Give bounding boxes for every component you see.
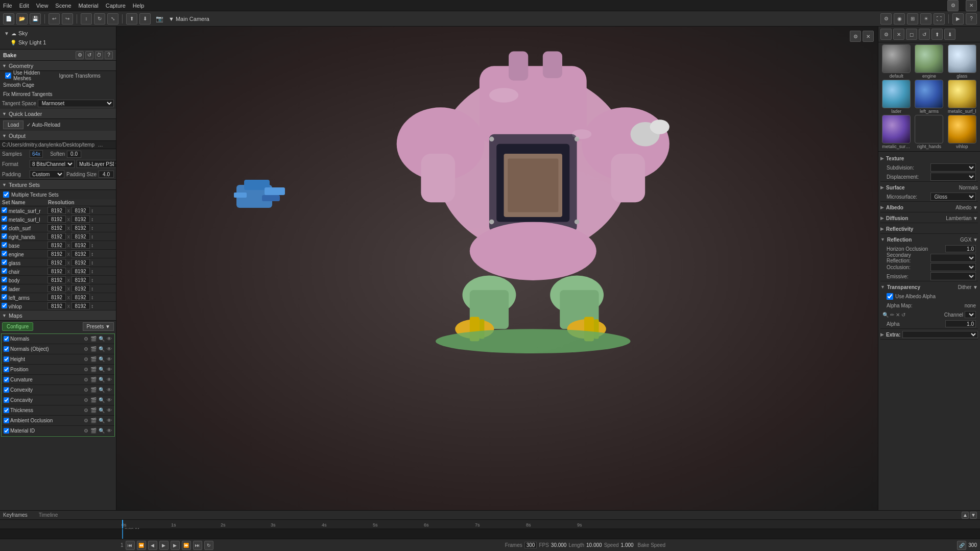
map-vis-icon[interactable]: 👁 — [107, 387, 112, 393]
material-item[interactable]: default — [880, 44, 912, 79]
light-btn[interactable]: ☀ — [920, 13, 931, 25]
path-browse-btn[interactable]: … — [98, 142, 103, 148]
tex-res1-input[interactable] — [47, 259, 66, 266]
map-row[interactable]: Normals (Object) ⚙ 🎬 🔍 👁 — [2, 344, 114, 354]
rotate-btn[interactable]: ↻ — [94, 13, 105, 25]
output-header[interactable]: ▼ Output — [0, 131, 116, 141]
soften-input[interactable] — [67, 151, 81, 158]
material-item[interactable]: right_hands — [913, 115, 945, 149]
loop-btn[interactable]: ↻ — [204, 541, 213, 550]
tex-res1-input[interactable] — [47, 285, 66, 292]
alpha-search-icon[interactable]: 🔍 — [882, 312, 889, 318]
map-cb[interactable] — [4, 408, 9, 413]
step-fwd-btn[interactable]: ⏩ — [182, 541, 191, 550]
tex-res1-input[interactable] — [47, 268, 66, 275]
viewport-settings-btn[interactable]: ⚙ — [850, 31, 861, 42]
load-btn[interactable]: Load — [3, 121, 23, 129]
more-btn[interactable]: ▶ — [952, 13, 964, 25]
map-search-icon[interactable]: 🔍 — [99, 387, 105, 393]
map-cb[interactable] — [4, 336, 9, 342]
menu-scene[interactable]: Scene — [55, 3, 71, 9]
tex-res2-input[interactable] — [71, 215, 90, 223]
map-row[interactable]: Thickness ⚙ 🎬 🔍 👁 — [2, 405, 114, 416]
settings-btn[interactable]: ⚙ — [947, 0, 959, 11]
map-search-icon[interactable]: 🔍 — [99, 428, 105, 434]
map-cb[interactable] — [4, 418, 9, 423]
go-end-btn[interactable]: ⏭ — [193, 541, 202, 550]
map-search-icon[interactable]: 🔍 — [99, 367, 105, 372]
tex-res1-input[interactable] — [47, 250, 66, 257]
go-start-btn[interactable]: ⏮ — [126, 541, 135, 550]
tex-cb[interactable] — [2, 285, 7, 291]
tex-res2-input[interactable] — [71, 242, 90, 249]
tex-res2-input[interactable] — [71, 207, 90, 214]
map-anim-icon[interactable]: 🎬 — [90, 367, 97, 372]
reflectivity-section-header[interactable]: ▶ Reflectivity — [880, 224, 978, 233]
microsurface-select[interactable]: Gloss — [930, 193, 976, 201]
material-item[interactable]: glass — [946, 44, 978, 79]
map-vis-icon[interactable]: 👁 — [107, 408, 112, 413]
map-anim-icon[interactable]: 🎬 — [90, 356, 97, 362]
import-btn[interactable]: ⬆ — [126, 13, 137, 25]
tex-res1-input[interactable] — [47, 224, 66, 231]
bit-depth-select[interactable]: 8 Bits/Channel — [30, 160, 75, 168]
tex-res2-input[interactable] — [71, 259, 90, 266]
map-search-icon[interactable]: 🔍 — [99, 397, 105, 403]
map-search-icon[interactable]: 🔍 — [99, 356, 105, 362]
map-settings-icon[interactable]: ⚙ — [84, 397, 88, 403]
map-settings-icon[interactable]: ⚙ — [84, 346, 88, 352]
tex-res1-input[interactable] — [47, 302, 66, 309]
tex-cb[interactable] — [2, 259, 7, 265]
tex-row-arrow[interactable]: ↕ — [91, 303, 93, 309]
map-anim-icon[interactable]: 🎬 — [90, 377, 97, 382]
timeline-up-btn[interactable]: ▲ — [962, 512, 969, 519]
camera-label[interactable]: ▼ Main Camera — [169, 16, 209, 22]
timeline-track[interactable] — [0, 529, 980, 539]
map-row[interactable]: Convexity ⚙ 🎬 🔍 👁 — [2, 385, 114, 395]
display-btn[interactable]: ◉ — [894, 13, 905, 25]
map-settings-icon[interactable]: ⚙ — [84, 418, 88, 423]
rp-btn-5[interactable]: ⬆ — [931, 29, 943, 40]
tex-res2-input[interactable] — [71, 250, 90, 257]
material-item[interactable]: engine — [913, 44, 945, 79]
presets-btn[interactable]: Presets ▼ — [83, 322, 114, 331]
bake-settings-btn[interactable]: ⚙ — [76, 51, 84, 59]
map-settings-icon[interactable]: ⚙ — [84, 377, 88, 382]
map-search-icon[interactable]: 🔍 — [99, 336, 105, 342]
tex-res2-input[interactable] — [71, 294, 90, 301]
export-btn[interactable]: ⬇ — [139, 13, 151, 25]
map-row[interactable]: Position ⚙ 🎬 🔍 👁 — [2, 365, 114, 375]
redo-btn[interactable]: ↪ — [62, 13, 73, 25]
frames-value[interactable]: 300 — [524, 542, 537, 548]
next-frame-btn[interactable]: ▶ — [171, 541, 180, 550]
tex-row-arrow[interactable]: ↕ — [91, 225, 93, 231]
render-settings-btn[interactable]: ⚙ — [880, 13, 892, 25]
tex-res2-input[interactable] — [71, 285, 90, 292]
tex-cb[interactable] — [2, 294, 7, 300]
menu-edit[interactable]: Edit — [19, 3, 29, 9]
rp-btn-1[interactable]: ⚙ — [880, 29, 892, 40]
map-row[interactable]: Curvature ⚙ 🎬 🔍 👁 — [2, 375, 114, 385]
map-vis-icon[interactable]: 👁 — [107, 336, 112, 342]
tex-row-arrow[interactable]: ↕ — [91, 260, 93, 266]
map-anim-icon[interactable]: 🎬 — [90, 387, 97, 393]
surface-section-header[interactable]: ▶ Surface Normals — [880, 183, 978, 192]
open-btn[interactable]: 📂 — [16, 13, 28, 25]
bake-help-btn[interactable]: ? — [105, 51, 113, 59]
geometry-section-header[interactable]: ▼ Geometry — [0, 61, 116, 71]
new-btn[interactable]: 📄 — [3, 13, 14, 25]
playhead[interactable] — [122, 520, 123, 529]
tex-res1-input[interactable] — [47, 233, 66, 240]
map-row[interactable]: Ambient Occlusion ⚙ 🎬 🔍 👁 — [2, 416, 114, 426]
alpha-input[interactable] — [945, 320, 976, 327]
configure-btn[interactable]: Configure — [2, 322, 33, 331]
scene-item-sky[interactable]: ▼ ☁ Sky — [2, 29, 114, 38]
menu-view[interactable]: View — [36, 3, 49, 9]
menu-file[interactable]: File — [3, 3, 12, 9]
tex-row-arrow[interactable]: ↕ — [91, 208, 93, 213]
tex-cb[interactable] — [2, 216, 7, 222]
tex-res1-input[interactable] — [47, 215, 66, 223]
map-cb[interactable] — [4, 428, 9, 434]
map-anim-icon[interactable]: 🎬 — [90, 336, 97, 342]
menu-material[interactable]: Material — [79, 3, 99, 9]
